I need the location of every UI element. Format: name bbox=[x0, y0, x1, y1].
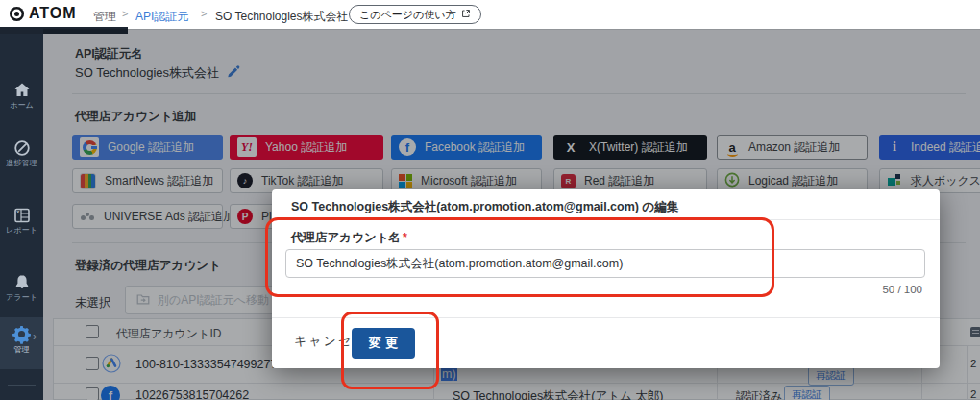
breadcrumb-current: SO Technologies株式会社 bbox=[215, 9, 349, 25]
sidebar: ホーム 進捗管理 x レポート アラート 管理 › ? › bbox=[0, 29, 43, 400]
breadcrumb-separator: > bbox=[201, 8, 207, 19]
app-window: API認証元名 SO Technologies株式会社 代理店アカウント追加 G… bbox=[0, 0, 980, 400]
modal-title: SO Technologies株式会社(atom.promotion.atom@… bbox=[291, 199, 678, 215]
gear-icon bbox=[0, 324, 43, 344]
breadcrumb-separator: > bbox=[122, 8, 128, 19]
atom-logo-icon bbox=[10, 7, 24, 21]
sidebar-item-alert[interactable]: アラート bbox=[0, 273, 43, 304]
modal-footer-divider bbox=[272, 317, 940, 318]
edit-account-modal: SO Technologies株式会社(atom.promotion.atom@… bbox=[272, 189, 940, 368]
progress-icon bbox=[0, 138, 43, 158]
breadcrumb-admin[interactable]: 管理 bbox=[93, 9, 116, 25]
required-asterisk: * bbox=[403, 231, 407, 244]
account-name-label: 代理店アカウント名* bbox=[291, 230, 407, 246]
sidebar-item-progress[interactable]: 進捗管理 bbox=[0, 138, 43, 169]
sidebar-item-report[interactable]: x レポート bbox=[0, 206, 43, 237]
sidebar-item-admin[interactable]: 管理 bbox=[0, 324, 43, 356]
sidebar-item-home[interactable]: ホーム bbox=[0, 81, 43, 112]
modal-divider bbox=[272, 219, 940, 220]
submit-button[interactable]: 変更 bbox=[352, 328, 415, 359]
char-counter: 50 / 100 bbox=[882, 284, 922, 295]
atom-logo-text: ATOM bbox=[29, 5, 77, 22]
page-usage-button[interactable]: このページの使い方 bbox=[349, 5, 481, 24]
home-icon bbox=[0, 81, 43, 100]
sidebar-divider bbox=[8, 385, 36, 386]
account-name-input[interactable] bbox=[285, 249, 925, 278]
breadcrumb-api-auth-source[interactable]: API認証元 bbox=[135, 9, 188, 25]
report-icon: x bbox=[0, 206, 43, 225]
bell-icon bbox=[0, 273, 43, 292]
top-header: ATOM 管理 > API認証元 > SO Technologies株式会社 こ… bbox=[0, 0, 980, 30]
external-link-icon bbox=[461, 9, 471, 20]
chevron-right-icon: › bbox=[33, 330, 37, 343]
